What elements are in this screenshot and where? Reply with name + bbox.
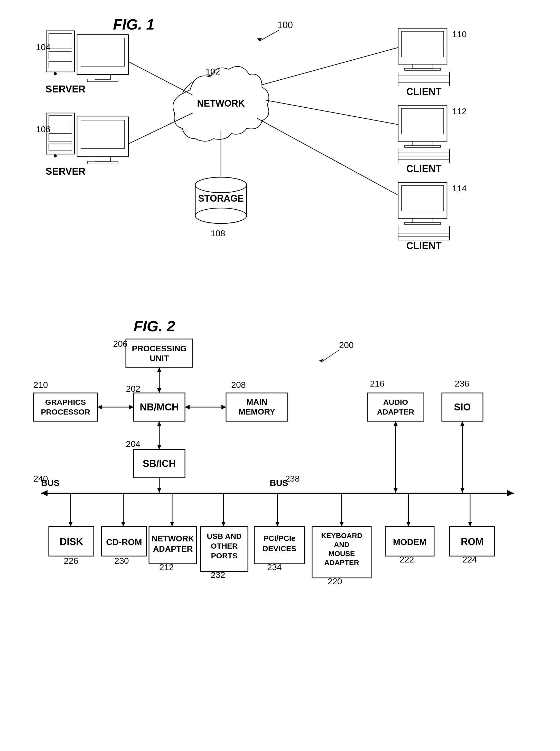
- svg-text:NETWORK: NETWORK: [152, 534, 194, 543]
- svg-text:UNIT: UNIT: [150, 354, 169, 363]
- svg-marker-144: [121, 522, 125, 527]
- svg-marker-149: [170, 522, 174, 527]
- svg-text:204: 204: [126, 439, 141, 449]
- svg-text:PROCESSOR: PROCESSOR: [41, 408, 90, 416]
- svg-text:MAIN: MAIN: [246, 397, 267, 407]
- svg-text:CD-ROM: CD-ROM: [106, 537, 142, 547]
- svg-text:ROM: ROM: [461, 536, 484, 547]
- svg-line-79: [266, 100, 398, 125]
- svg-point-19: [54, 154, 57, 158]
- svg-marker-118: [507, 490, 514, 496]
- svg-rect-86: [126, 339, 193, 367]
- svg-marker-168: [340, 522, 344, 527]
- fig2-diagram: FIG. 2 200 PROCESSING UNIT 206 202 NB/MC…: [26, 313, 534, 745]
- svg-rect-49: [405, 68, 441, 70]
- svg-rect-9: [77, 35, 128, 75]
- svg-rect-67: [401, 185, 444, 211]
- svg-text:FIG. 1: FIG. 1: [113, 16, 154, 33]
- svg-text:216: 216: [370, 379, 384, 388]
- svg-rect-20: [77, 117, 128, 157]
- svg-marker-130: [394, 421, 398, 426]
- svg-marker-104: [98, 405, 102, 409]
- svg-text:KEYBOARD: KEYBOARD: [321, 532, 362, 540]
- svg-text:230: 230: [114, 556, 129, 566]
- svg-point-8: [54, 72, 57, 75]
- svg-text:210: 210: [34, 380, 48, 390]
- fig1-diagram: FIG. 1 100 104 SERVER: [26, 10, 534, 293]
- svg-text:212: 212: [159, 562, 174, 572]
- svg-text:AUDIO: AUDIO: [383, 398, 408, 406]
- svg-line-78: [262, 47, 398, 85]
- svg-rect-11: [95, 75, 111, 80]
- fig2-svg: FIG. 2 200 PROCESSING UNIT 206 202 NB/MC…: [26, 313, 534, 745]
- svg-text:226: 226: [64, 556, 78, 566]
- svg-text:234: 234: [267, 562, 282, 572]
- svg-rect-18: [49, 144, 72, 150]
- svg-text:106: 106: [36, 124, 51, 134]
- svg-text:112: 112: [452, 106, 467, 116]
- svg-text:DEVICES: DEVICES: [262, 544, 296, 553]
- svg-text:220: 220: [327, 576, 342, 586]
- svg-marker-98: [185, 405, 189, 409]
- svg-text:NETWORK: NETWORK: [197, 98, 245, 109]
- svg-text:SERVER: SERVER: [45, 84, 85, 95]
- svg-text:208: 208: [231, 380, 246, 390]
- svg-marker-92: [157, 388, 161, 393]
- fig1-svg: FIG. 1 100 104 SERVER: [26, 10, 534, 293]
- svg-rect-57: [401, 108, 444, 134]
- svg-text:GRAPHICS: GRAPHICS: [45, 398, 86, 406]
- svg-rect-22: [95, 157, 111, 162]
- svg-rect-46: [398, 28, 447, 64]
- svg-marker-131: [394, 488, 398, 493]
- svg-text:PROCESSING: PROCESSING: [132, 344, 186, 353]
- svg-text:SB/ICH: SB/ICH: [143, 458, 176, 469]
- svg-rect-125: [367, 393, 424, 421]
- svg-marker-162: [275, 522, 279, 527]
- svg-text:240: 240: [34, 474, 48, 483]
- svg-text:FIG. 2: FIG. 2: [134, 318, 175, 334]
- svg-marker-91: [157, 367, 161, 372]
- svg-text:PORTS: PORTS: [211, 551, 237, 560]
- svg-marker-136: [460, 421, 464, 426]
- svg-marker-117: [41, 490, 47, 496]
- svg-text:MEMORY: MEMORY: [239, 407, 275, 417]
- svg-text:100: 100: [277, 20, 293, 30]
- svg-marker-139: [68, 522, 73, 527]
- svg-text:236: 236: [455, 379, 469, 388]
- page: FIG. 1 100 104 SERVER: [0, 0, 560, 751]
- svg-text:CLIENT: CLIENT: [406, 86, 441, 97]
- svg-rect-7: [49, 62, 72, 68]
- svg-text:CLIENT: CLIENT: [406, 240, 441, 251]
- svg-text:SERVER: SERVER: [45, 166, 85, 177]
- svg-text:PCI/PCIe: PCI/PCIe: [263, 534, 295, 543]
- svg-text:104: 104: [36, 42, 51, 52]
- svg-text:224: 224: [462, 554, 477, 564]
- svg-rect-59: [405, 145, 441, 147]
- svg-text:NB/MCH: NB/MCH: [140, 402, 179, 412]
- svg-line-84: [321, 350, 339, 362]
- svg-rect-106: [34, 393, 98, 421]
- svg-rect-17: [49, 134, 72, 141]
- svg-text:MOUSE: MOUSE: [328, 550, 355, 557]
- svg-text:ADAPTER: ADAPTER: [153, 544, 193, 553]
- svg-rect-16: [49, 116, 72, 131]
- svg-rect-66: [398, 182, 447, 218]
- svg-text:ADAPTER: ADAPTER: [324, 559, 359, 567]
- svg-text:CLIENT: CLIENT: [406, 163, 441, 174]
- svg-text:238: 238: [285, 474, 300, 483]
- svg-line-76: [128, 62, 193, 95]
- svg-rect-10: [81, 38, 125, 66]
- svg-point-42: [195, 208, 246, 223]
- svg-marker-97: [221, 405, 226, 409]
- svg-marker-176: [406, 522, 411, 527]
- svg-text:206: 206: [113, 339, 128, 348]
- svg-rect-69: [405, 222, 441, 224]
- svg-text:200: 200: [339, 340, 354, 350]
- svg-text:OTHER: OTHER: [211, 542, 238, 550]
- svg-text:STORAGE: STORAGE: [198, 193, 243, 204]
- svg-marker-3: [257, 38, 262, 41]
- svg-line-80: [257, 118, 398, 195]
- svg-marker-155: [221, 522, 225, 527]
- svg-rect-21: [81, 120, 125, 148]
- svg-text:SIO: SIO: [454, 402, 471, 412]
